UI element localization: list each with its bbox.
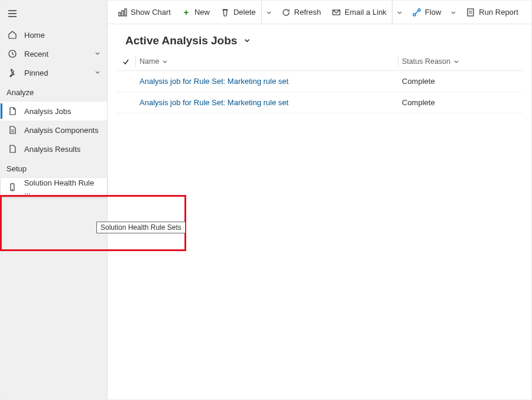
- sidebar-item-label: Pinned: [24, 69, 48, 77]
- show-chart-button[interactable]: Show Chart: [112, 1, 176, 24]
- svg-rect-9: [468, 9, 473, 16]
- refresh-button[interactable]: Refresh: [276, 1, 327, 24]
- sidebar-item-pinned[interactable]: Pinned: [1, 63, 107, 82]
- svg-rect-5: [125, 9, 126, 16]
- svg-point-7: [413, 14, 416, 16]
- document-icon: [8, 106, 17, 116]
- sidebar-item-analysis-jobs[interactable]: Analysis Jobs: [1, 102, 107, 121]
- main-content: Show Chart + New Delete Refresh: [108, 1, 531, 399]
- sidebar-item-home[interactable]: Home: [1, 25, 107, 44]
- chart-icon: [118, 8, 127, 17]
- cell-name: Analysis job for Rule Set: Marketing rul…: [136, 98, 398, 107]
- sidebar-item-label: Analysis Jobs: [24, 107, 71, 116]
- email-link-dropdown[interactable]: [392, 1, 407, 24]
- column-header-status[interactable]: Status Reason: [398, 57, 523, 66]
- record-link[interactable]: Analysis job for Rule Set: Marketing rul…: [140, 98, 288, 107]
- flow-icon: [412, 8, 421, 17]
- chevron-down-icon: [450, 9, 457, 16]
- grid-header: Name Status Reason: [116, 52, 523, 71]
- sidebar-item-analysis-results[interactable]: Analysis Results: [1, 139, 107, 158]
- delete-button[interactable]: Delete: [215, 1, 261, 24]
- sidebar-item-recent[interactable]: Recent: [1, 44, 107, 63]
- sidebar-section-analyze: Analyze: [1, 82, 107, 102]
- mail-icon: [332, 8, 341, 17]
- view-header: Active Analysis Jobs: [108, 24, 531, 52]
- table-row[interactable]: Analysis job for Rule Set: Marketing rul…: [116, 71, 523, 92]
- delete-dropdown[interactable]: [262, 1, 276, 24]
- email-link-button[interactable]: Email a Link: [326, 1, 392, 24]
- sidebar-item-label: Analysis Components: [24, 126, 99, 135]
- sidebar-section-setup: Setup: [1, 158, 107, 178]
- flow-dropdown[interactable]: [446, 1, 460, 24]
- column-header-name[interactable]: Name: [136, 57, 398, 66]
- sidebar-item-label: Solution Health Rule ...: [24, 178, 101, 196]
- record-link[interactable]: Analysis job for Rule Set: Marketing rul…: [140, 77, 288, 86]
- data-grid: Name Status Reason Analysis job for Rule…: [116, 52, 523, 113]
- chevron-down-icon: [161, 58, 168, 65]
- check-icon: [122, 58, 129, 65]
- sidebar-item-solution-health-rule-sets[interactable]: Solution Health Rule ...: [1, 178, 107, 197]
- chevron-down-icon: [94, 50, 101, 58]
- view-title: Active Analysis Jobs: [125, 34, 237, 47]
- chevron-down-icon: [396, 9, 403, 16]
- cell-status: Complete: [398, 98, 523, 107]
- home-icon: [8, 30, 17, 40]
- cell-name: Analysis job for Rule Set: Marketing rul…: [136, 77, 398, 86]
- select-all-checkbox[interactable]: [116, 58, 135, 65]
- document-icon: [8, 144, 17, 154]
- run-report-button[interactable]: Run Report: [460, 1, 523, 24]
- sidebar-item-label: Home: [24, 31, 45, 40]
- svg-point-2: [12, 189, 12, 190]
- chevron-down-icon: [94, 69, 101, 77]
- phone-icon: [8, 183, 17, 192]
- sidebar: Home Recent Pinned Analyze Anal: [1, 1, 108, 399]
- hamburger-button[interactable]: [1, 2, 29, 25]
- sidebar-item-label: Analysis Results: [24, 145, 80, 154]
- pin-icon: [8, 68, 17, 77]
- svg-point-8: [418, 9, 420, 11]
- chevron-down-icon: [453, 58, 460, 65]
- trash-icon: [220, 8, 230, 17]
- svg-rect-4: [122, 11, 124, 16]
- view-selector-dropdown[interactable]: [243, 36, 251, 46]
- command-bar: Show Chart + New Delete Refresh: [108, 1, 531, 24]
- table-row[interactable]: Analysis job for Rule Set: Marketing rul…: [116, 92, 523, 113]
- svg-rect-3: [119, 12, 121, 16]
- sidebar-item-label: Recent: [24, 50, 48, 58]
- chevron-down-icon: [265, 9, 273, 16]
- cell-status: Complete: [398, 77, 523, 86]
- refresh-icon: [281, 8, 291, 17]
- plus-icon: +: [181, 8, 191, 17]
- sidebar-item-analysis-components[interactable]: Analysis Components: [1, 121, 107, 139]
- tooltip: Solution Health Rule Sets: [96, 222, 186, 233]
- clock-icon: [8, 49, 17, 58]
- menu-icon: [8, 9, 17, 18]
- document-list-icon: [8, 125, 17, 135]
- report-icon: [466, 8, 475, 17]
- flow-button[interactable]: Flow: [407, 1, 446, 24]
- new-button[interactable]: + New: [176, 1, 215, 24]
